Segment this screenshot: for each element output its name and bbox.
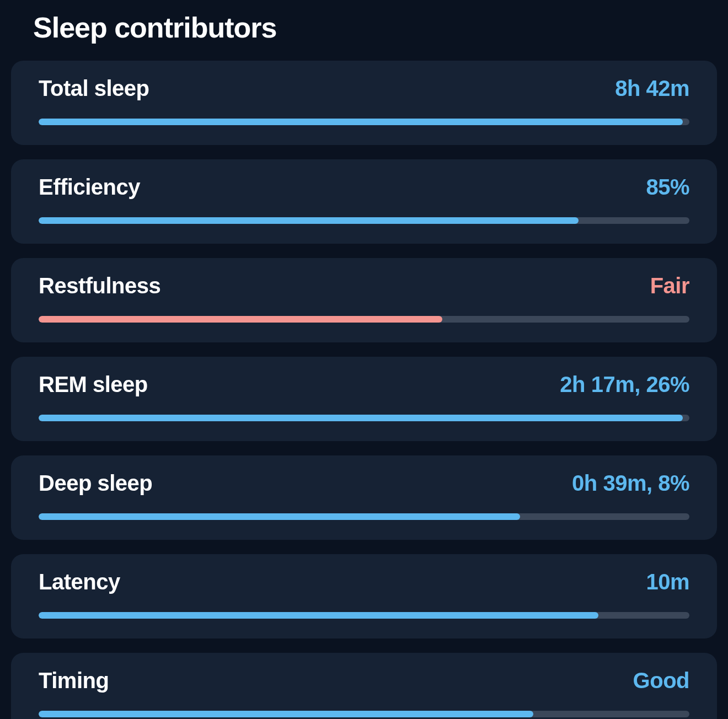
card-label: REM sleep	[39, 372, 148, 397]
card-label: Efficiency	[39, 175, 140, 200]
progress-fill	[39, 612, 598, 619]
progress-fill	[39, 316, 442, 323]
card-label: Deep sleep	[39, 471, 152, 496]
progress-bar	[39, 711, 689, 717]
card-label: Total sleep	[39, 76, 149, 101]
card-label: Restfulness	[39, 273, 160, 298]
card-value: 0h 39m, 8%	[572, 471, 689, 496]
progress-fill	[39, 513, 520, 520]
card-timing[interactable]: Timing Good	[11, 653, 717, 719]
card-header: Deep sleep 0h 39m, 8%	[39, 471, 689, 496]
card-value: 85%	[646, 175, 689, 200]
card-value: 10m	[646, 570, 689, 594]
progress-bar	[39, 217, 689, 224]
progress-fill	[39, 711, 533, 717]
progress-fill	[39, 415, 683, 421]
card-latency[interactable]: Latency 10m	[11, 554, 717, 638]
card-value: Fair	[650, 273, 689, 298]
progress-bar	[39, 316, 689, 323]
progress-fill	[39, 217, 579, 224]
progress-bar	[39, 415, 689, 421]
page-title: Sleep contributors	[33, 11, 717, 44]
card-value: Good	[633, 668, 689, 693]
progress-bar	[39, 119, 689, 125]
card-deep-sleep[interactable]: Deep sleep 0h 39m, 8%	[11, 455, 717, 540]
card-total-sleep[interactable]: Total sleep 8h 42m	[11, 61, 717, 145]
card-value: 8h 42m	[615, 76, 689, 101]
contributors-list: Total sleep 8h 42m Efficiency 85% Restfu…	[11, 61, 717, 719]
progress-bar	[39, 612, 689, 619]
card-header: REM sleep 2h 17m, 26%	[39, 372, 689, 397]
progress-fill	[39, 119, 683, 125]
card-header: Latency 10m	[39, 570, 689, 594]
card-restfulness[interactable]: Restfulness Fair	[11, 258, 717, 342]
progress-bar	[39, 513, 689, 520]
card-header: Timing Good	[39, 668, 689, 693]
card-value: 2h 17m, 26%	[560, 372, 689, 397]
card-efficiency[interactable]: Efficiency 85%	[11, 159, 717, 244]
card-rem-sleep[interactable]: REM sleep 2h 17m, 26%	[11, 357, 717, 441]
card-header: Total sleep 8h 42m	[39, 76, 689, 101]
card-header: Restfulness Fair	[39, 273, 689, 298]
card-header: Efficiency 85%	[39, 175, 689, 200]
card-label: Timing	[39, 668, 109, 693]
card-label: Latency	[39, 570, 120, 594]
